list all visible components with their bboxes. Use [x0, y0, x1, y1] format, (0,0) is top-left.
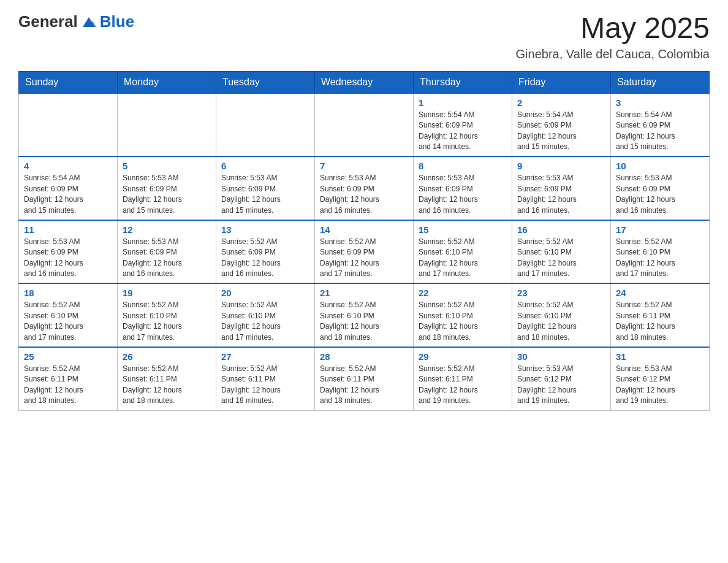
calendar-cell: 6Sunrise: 5:53 AM Sunset: 6:09 PM Daylig…	[216, 156, 315, 220]
day-number: 25	[24, 351, 112, 362]
day-info: Sunrise: 5:54 AM Sunset: 6:09 PM Dayligh…	[419, 110, 507, 153]
calendar-cell: 25Sunrise: 5:52 AM Sunset: 6:11 PM Dayli…	[19, 347, 118, 410]
day-info: Sunrise: 5:53 AM Sunset: 6:09 PM Dayligh…	[419, 173, 507, 216]
day-number: 16	[517, 224, 605, 235]
calendar-cell: 9Sunrise: 5:53 AM Sunset: 6:09 PM Daylig…	[512, 156, 611, 220]
day-number: 21	[320, 288, 408, 298]
day-info: Sunrise: 5:52 AM Sunset: 6:10 PM Dayligh…	[24, 300, 112, 343]
day-number: 6	[221, 161, 309, 171]
day-info: Sunrise: 5:52 AM Sunset: 6:09 PM Dayligh…	[320, 237, 408, 280]
calendar-cell: 16Sunrise: 5:52 AM Sunset: 6:10 PM Dayli…	[512, 220, 611, 284]
day-info: Sunrise: 5:52 AM Sunset: 6:10 PM Dayligh…	[419, 237, 507, 280]
weekday-header-sunday: Sunday	[19, 71, 118, 93]
weekday-header-wednesday: Wednesday	[315, 71, 414, 93]
calendar-cell: 15Sunrise: 5:52 AM Sunset: 6:10 PM Dayli…	[414, 220, 512, 284]
calendar-cell: 13Sunrise: 5:52 AM Sunset: 6:09 PM Dayli…	[216, 220, 315, 284]
calendar-cell: 8Sunrise: 5:53 AM Sunset: 6:09 PM Daylig…	[414, 156, 512, 220]
day-number: 24	[616, 288, 704, 298]
day-info: Sunrise: 5:52 AM Sunset: 6:11 PM Dayligh…	[616, 300, 704, 343]
logo-icon	[80, 13, 97, 31]
title-block: May 2025 Ginebra, Valle del Cauca, Colom…	[516, 12, 710, 61]
day-info: Sunrise: 5:54 AM Sunset: 6:09 PM Dayligh…	[517, 110, 605, 153]
day-number: 27	[221, 351, 309, 362]
logo: General Blue	[18, 12, 134, 31]
day-info: Sunrise: 5:52 AM Sunset: 6:10 PM Dayligh…	[517, 300, 605, 343]
week-row-3: 11Sunrise: 5:53 AM Sunset: 6:09 PM Dayli…	[19, 220, 710, 284]
day-number: 1	[419, 98, 507, 108]
day-info: Sunrise: 5:52 AM Sunset: 6:10 PM Dayligh…	[320, 300, 408, 343]
day-info: Sunrise: 5:54 AM Sunset: 6:09 PM Dayligh…	[616, 110, 704, 153]
calendar-cell: 2Sunrise: 5:54 AM Sunset: 6:09 PM Daylig…	[512, 93, 611, 157]
day-number: 22	[419, 288, 507, 298]
day-number: 14	[320, 224, 408, 235]
day-number: 10	[616, 161, 704, 171]
page-header: General Blue May 2025 Ginebra, Valle del…	[18, 12, 710, 61]
calendar-cell: 19Sunrise: 5:52 AM Sunset: 6:10 PM Dayli…	[118, 283, 216, 347]
week-row-1: 1Sunrise: 5:54 AM Sunset: 6:09 PM Daylig…	[19, 93, 710, 157]
weekday-header-friday: Friday	[512, 71, 611, 93]
calendar-cell: 21Sunrise: 5:52 AM Sunset: 6:10 PM Dayli…	[315, 283, 414, 347]
calendar-cell: 27Sunrise: 5:52 AM Sunset: 6:11 PM Dayli…	[216, 347, 315, 410]
calendar-cell: 29Sunrise: 5:52 AM Sunset: 6:11 PM Dayli…	[414, 347, 512, 410]
day-number: 11	[24, 224, 112, 235]
day-info: Sunrise: 5:53 AM Sunset: 6:09 PM Dayligh…	[221, 173, 309, 216]
calendar-cell: 3Sunrise: 5:54 AM Sunset: 6:09 PM Daylig…	[611, 93, 710, 157]
calendar-cell	[216, 93, 315, 157]
weekday-header-saturday: Saturday	[611, 71, 710, 93]
day-number: 19	[123, 288, 211, 298]
location-subtitle: Ginebra, Valle del Cauca, Colombia	[516, 47, 710, 61]
day-info: Sunrise: 5:52 AM Sunset: 6:10 PM Dayligh…	[419, 300, 507, 343]
day-info: Sunrise: 5:52 AM Sunset: 6:11 PM Dayligh…	[221, 364, 309, 407]
day-number: 12	[123, 224, 211, 235]
calendar-cell: 18Sunrise: 5:52 AM Sunset: 6:10 PM Dayli…	[19, 283, 118, 347]
day-number: 30	[517, 351, 605, 362]
weekday-header-thursday: Thursday	[414, 71, 512, 93]
calendar-cell: 12Sunrise: 5:53 AM Sunset: 6:09 PM Dayli…	[118, 220, 216, 284]
calendar-cell: 7Sunrise: 5:53 AM Sunset: 6:09 PM Daylig…	[315, 156, 414, 220]
day-info: Sunrise: 5:52 AM Sunset: 6:11 PM Dayligh…	[123, 364, 211, 407]
calendar-cell	[118, 93, 216, 157]
day-number: 7	[320, 161, 408, 171]
calendar-cell: 10Sunrise: 5:53 AM Sunset: 6:09 PM Dayli…	[611, 156, 710, 220]
day-info: Sunrise: 5:53 AM Sunset: 6:09 PM Dayligh…	[24, 237, 112, 280]
calendar-cell: 1Sunrise: 5:54 AM Sunset: 6:09 PM Daylig…	[414, 93, 512, 157]
day-info: Sunrise: 5:53 AM Sunset: 6:09 PM Dayligh…	[123, 237, 211, 280]
calendar-cell	[19, 93, 118, 157]
day-number: 28	[320, 351, 408, 362]
day-number: 20	[221, 288, 309, 298]
day-info: Sunrise: 5:52 AM Sunset: 6:11 PM Dayligh…	[320, 364, 408, 407]
day-info: Sunrise: 5:53 AM Sunset: 6:09 PM Dayligh…	[123, 173, 211, 216]
day-info: Sunrise: 5:53 AM Sunset: 6:09 PM Dayligh…	[517, 173, 605, 216]
calendar-cell: 23Sunrise: 5:52 AM Sunset: 6:10 PM Dayli…	[512, 283, 611, 347]
day-info: Sunrise: 5:52 AM Sunset: 6:10 PM Dayligh…	[221, 300, 309, 343]
week-row-2: 4Sunrise: 5:54 AM Sunset: 6:09 PM Daylig…	[19, 156, 710, 220]
day-number: 29	[419, 351, 507, 362]
day-number: 18	[24, 288, 112, 298]
day-number: 9	[517, 161, 605, 171]
week-row-5: 25Sunrise: 5:52 AM Sunset: 6:11 PM Dayli…	[19, 347, 710, 410]
calendar-cell: 22Sunrise: 5:52 AM Sunset: 6:10 PM Dayli…	[414, 283, 512, 347]
calendar-cell: 11Sunrise: 5:53 AM Sunset: 6:09 PM Dayli…	[19, 220, 118, 284]
day-number: 5	[123, 161, 211, 171]
day-number: 3	[616, 98, 704, 108]
calendar-cell: 17Sunrise: 5:52 AM Sunset: 6:10 PM Dayli…	[611, 220, 710, 284]
weekday-header-tuesday: Tuesday	[216, 71, 315, 93]
calendar-cell	[315, 93, 414, 157]
week-row-4: 18Sunrise: 5:52 AM Sunset: 6:10 PM Dayli…	[19, 283, 710, 347]
day-info: Sunrise: 5:53 AM Sunset: 6:09 PM Dayligh…	[616, 173, 704, 216]
day-info: Sunrise: 5:54 AM Sunset: 6:09 PM Dayligh…	[24, 173, 112, 216]
logo-blue-text: Blue	[100, 12, 134, 31]
calendar-cell: 28Sunrise: 5:52 AM Sunset: 6:11 PM Dayli…	[315, 347, 414, 410]
day-info: Sunrise: 5:52 AM Sunset: 6:09 PM Dayligh…	[221, 237, 309, 280]
day-number: 31	[616, 351, 704, 362]
weekday-header-row: SundayMondayTuesdayWednesdayThursdayFrid…	[19, 71, 710, 93]
day-info: Sunrise: 5:53 AM Sunset: 6:12 PM Dayligh…	[517, 364, 605, 407]
calendar-cell: 26Sunrise: 5:52 AM Sunset: 6:11 PM Dayli…	[118, 347, 216, 410]
month-title: May 2025	[516, 12, 710, 45]
day-number: 26	[123, 351, 211, 362]
day-number: 8	[419, 161, 507, 171]
day-number: 13	[221, 224, 309, 235]
day-info: Sunrise: 5:53 AM Sunset: 6:12 PM Dayligh…	[616, 364, 704, 407]
day-info: Sunrise: 5:52 AM Sunset: 6:10 PM Dayligh…	[123, 300, 211, 343]
day-number: 15	[419, 224, 507, 235]
